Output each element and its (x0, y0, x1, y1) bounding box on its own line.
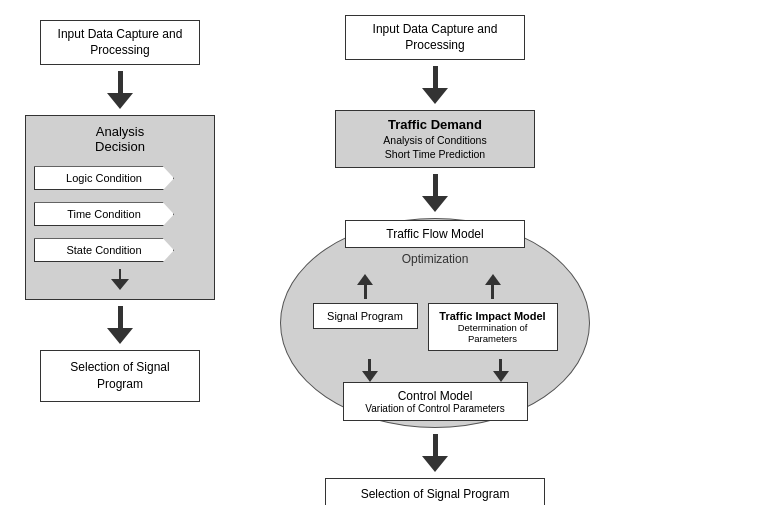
arrow-head (107, 93, 133, 109)
traffic-impact-box: Traffic Impact Model Determination of Pa… (428, 303, 558, 351)
left-diagram: Input Data Capture and Processing Analys… (5, 10, 235, 495)
down-arrow-right (493, 359, 509, 382)
right-input-line1: Input Data Capture and (373, 22, 498, 36)
arrow-head-2 (107, 328, 133, 344)
control-model-title: Control Model (356, 389, 515, 403)
arrow-line (118, 71, 123, 93)
right-input-text: Input Data Capture and Processing (373, 22, 498, 52)
time-condition-label: Time Condition (67, 208, 141, 220)
right-diagram: Input Data Capture and Processing Traffi… (265, 10, 605, 495)
internal-line (119, 269, 121, 279)
traffic-demand-sub2: Short Time Prediction (348, 148, 522, 162)
ellipse-middle-row: Signal Program Traffic Impact Model Dete… (291, 274, 579, 351)
right-arrow-3 (422, 434, 448, 472)
signal-program-label: Signal Program (327, 310, 403, 322)
down-arrows-row (291, 359, 579, 382)
r-arrow-line-2 (433, 174, 438, 196)
up-arrowhead (357, 274, 373, 285)
down-arrow-left (362, 359, 378, 382)
left-selection-label: Selection of Signal Program (70, 360, 169, 391)
signal-program-col: Signal Program (313, 274, 418, 329)
up-arrow-signal (357, 274, 373, 299)
main-container: Input Data Capture and Processing Analys… (0, 0, 773, 505)
traffic-demand-title: Traffic Demand (348, 117, 522, 134)
up-line (364, 285, 367, 299)
analysis-title: AnalysisDecision (95, 124, 145, 154)
signal-program-box: Signal Program (313, 303, 418, 329)
r-arrow-head-3 (422, 456, 448, 472)
state-condition-label: State Condition (66, 244, 141, 256)
arrow-line-2 (118, 306, 123, 328)
vert-line-left (368, 359, 371, 371)
r-arrow-line-1 (433, 66, 438, 88)
right-selection-label: Selection of Signal Program (361, 487, 510, 501)
down-head-right (493, 371, 509, 382)
right-arrow-1 (422, 66, 448, 104)
traffic-flow-label: Traffic Flow Model (386, 227, 483, 241)
internal-arrowhead (111, 279, 129, 290)
left-arrow-1 (107, 71, 133, 109)
traffic-impact-title: Traffic Impact Model (437, 310, 549, 322)
up-line-2 (491, 285, 494, 299)
traffic-impact-col: Traffic Impact Model Determination of Pa… (428, 274, 558, 351)
up-arrowhead-2 (485, 274, 501, 285)
internal-arrow (111, 269, 129, 290)
traffic-demand-box: Traffic Demand Analysis of Conditions Sh… (335, 110, 535, 168)
vert-line-right (499, 359, 502, 371)
right-input-box: Input Data Capture and Processing (345, 15, 525, 60)
right-selection-box: Selection of Signal Program (325, 478, 545, 505)
r-arrow-line-3 (433, 434, 438, 456)
left-arrow-2 (107, 306, 133, 344)
right-input-line2: Processing (405, 38, 464, 52)
left-selection-box: Selection of Signal Program (40, 350, 200, 402)
traffic-impact-sub: Determination of Parameters (437, 322, 549, 344)
r-arrow-head-2 (422, 196, 448, 212)
control-model-sub: Variation of Control Parameters (356, 403, 515, 414)
optimization-label: Optimization (402, 252, 469, 266)
left-input-line1: Input Data Capture and Processing (58, 27, 183, 57)
ellipse-optimization-area: Traffic Flow Model Optimization Signal P… (280, 218, 590, 428)
logic-condition-box: Logic Condition (34, 166, 174, 190)
down-head-left (362, 371, 378, 382)
logic-condition-label: Logic Condition (66, 172, 142, 184)
traffic-flow-box: Traffic Flow Model (345, 220, 525, 248)
up-arrow-impact (485, 274, 501, 299)
control-model-box: Control Model Variation of Control Param… (343, 382, 528, 421)
analysis-decision-box: AnalysisDecision Logic Condition Time Co… (25, 115, 215, 300)
traffic-demand-sub1: Analysis of Conditions (348, 134, 522, 148)
time-condition-box: Time Condition (34, 202, 174, 226)
left-input-box: Input Data Capture and Processing (40, 20, 200, 65)
right-arrow-2 (422, 174, 448, 212)
state-condition-box: State Condition (34, 238, 174, 262)
r-arrow-head-1 (422, 88, 448, 104)
